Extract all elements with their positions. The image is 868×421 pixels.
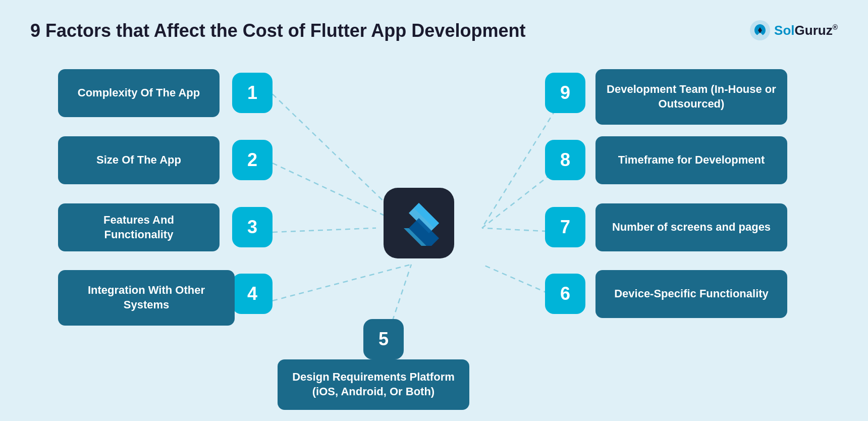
num-bubble-5: 5 xyxy=(363,319,404,359)
label-box-7: Number of screens and pages xyxy=(595,203,787,251)
logo-area: SolGuruz® xyxy=(750,20,838,40)
num-bubble-8: 8 xyxy=(545,140,585,180)
logo-sol: Sol xyxy=(774,23,794,38)
label-box-1: Complexity Of The App xyxy=(58,69,220,117)
svg-line-3 xyxy=(273,228,376,232)
svg-line-4 xyxy=(273,265,411,301)
num-bubble-7: 7 xyxy=(545,207,585,247)
solguruz-logo-icon xyxy=(750,20,770,40)
page-container: 9 Factors that Affect the Cost of Flutte… xyxy=(0,0,868,421)
label-box-9: Development Team (In-House or Outsourced… xyxy=(595,69,787,125)
num-bubble-9: 9 xyxy=(545,73,585,113)
label-box-8: Timeframe for Development xyxy=(595,136,787,184)
flutter-center-logo xyxy=(384,188,454,258)
label-box-4: Integration With Other Systems xyxy=(58,270,235,326)
logo-reg: ® xyxy=(833,23,838,31)
diagram: 1 Complexity Of The App 2 Size Of The Ap… xyxy=(30,51,838,415)
num-bubble-3: 3 xyxy=(232,207,273,247)
num-bubble-2: 2 xyxy=(232,140,273,180)
logo-guruz: Guruz xyxy=(795,23,833,38)
label-box-3: Features And Functionality xyxy=(58,203,220,251)
num-bubble-4: 4 xyxy=(232,274,273,314)
label-box-2: Size Of The App xyxy=(58,136,220,184)
label-box-5: Design Requirements Platform (iOS, Andro… xyxy=(278,359,469,410)
page-title: 9 Factors that Affect the Cost of Flutte… xyxy=(30,20,838,41)
num-bubble-1: 1 xyxy=(232,73,273,113)
logo-text: SolGuruz® xyxy=(774,23,838,38)
label-box-6: Device-Specific Functionality xyxy=(595,270,787,318)
flutter-logo-svg xyxy=(396,200,442,246)
num-bubble-6: 6 xyxy=(545,274,585,314)
